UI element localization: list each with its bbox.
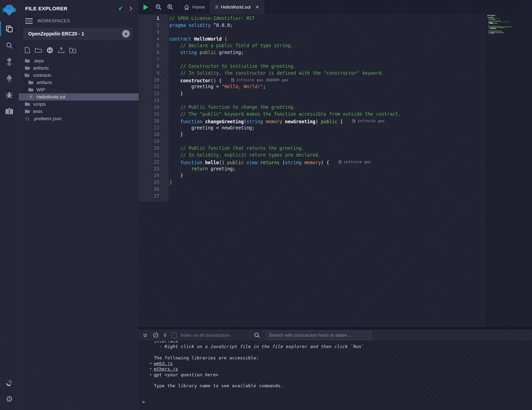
code-line-20[interactable]: // Public function that returns the gree… (169, 145, 485, 152)
code-line-25[interactable]: } (169, 179, 485, 186)
line-number: 8 (139, 63, 169, 70)
line-number: 26 (139, 186, 169, 193)
code-line-27[interactable] (169, 193, 485, 200)
rail-settings-icon[interactable]: ⚙ (0, 391, 19, 407)
tree-item-scripts[interactable]: scripts (19, 101, 139, 108)
rail-file-explorer-icon[interactable] (0, 21, 19, 37)
upload-folder-icon[interactable] (69, 47, 76, 53)
rail-solidity-compiler-icon[interactable] (0, 54, 19, 70)
rail-plugin-manager-icon[interactable] (0, 374, 19, 391)
code-line-12[interactable]: } (169, 90, 485, 97)
terminal-line: Type the library name to see available c… (154, 383, 529, 389)
code-line-14[interactable]: // Public function to change the greetin… (169, 104, 485, 111)
code-line-13[interactable] (169, 97, 485, 104)
editor-code-area[interactable]: // SPDX-License-Identifier: MITpragma so… (169, 14, 485, 327)
zoom-out-icon[interactable] (152, 0, 164, 14)
tab-home[interactable]: Home (179, 0, 210, 14)
new-folder-icon[interactable] (35, 47, 42, 53)
line-number: 22 (139, 159, 169, 166)
code-line-10[interactable]: constructor() {infinite gas 368600 gas (169, 77, 485, 84)
workspace-select[interactable]: OpenZeppelin ERC20 - 1 (23, 28, 132, 40)
code-line-19[interactable] (169, 138, 485, 145)
terminal-output[interactable]: interface - Right click on a JavaScript … (139, 341, 532, 410)
line-number: 3 (139, 29, 169, 36)
rail-deploy-run-icon[interactable] (0, 70, 19, 87)
workspaces-label: WORKSPACES (38, 19, 70, 23)
code-line-3[interactable] (169, 29, 485, 36)
code-line-26[interactable] (169, 186, 485, 193)
rail-debugger-icon[interactable] (0, 87, 19, 103)
file-tree: .depsartifactscontractsartifactsWIPSHell… (19, 57, 139, 122)
line-number: 15 (139, 111, 169, 118)
listen-transactions-checkbox[interactable] (171, 333, 177, 338)
code-editor[interactable]: 1234567891011121314151617181920212223242… (139, 14, 532, 327)
line-number: 18 (139, 131, 169, 138)
editor-gutter: 1234567891011121314151617181920212223242… (139, 14, 169, 327)
terminal-expand-icon[interactable] (143, 333, 148, 338)
folder-icon (24, 59, 30, 63)
new-file-icon[interactable] (24, 47, 30, 53)
code-line-4[interactable]: contract HelloWorld { (169, 36, 485, 43)
editor-minimap[interactable] (487, 15, 527, 38)
code-line-1[interactable]: // SPDX-License-Identifier: MIT (169, 15, 485, 22)
tab-helloworld-sol[interactable]: S HelloWorld.sol ✕ (210, 0, 264, 14)
terminal-line: ethers.js (154, 366, 529, 372)
tree-item-tests[interactable]: tests (19, 108, 139, 115)
panel-title: FILE EXPLORER (25, 6, 67, 11)
check-icon[interactable]: ✓ (118, 5, 123, 12)
code-line-6[interactable]: string public greeting; (169, 49, 485, 56)
tree-item-artifacts[interactable]: artifacts (19, 79, 139, 86)
workspace-menu-icon[interactable] (25, 18, 33, 24)
line-number: 1 (139, 15, 169, 22)
tree-item--deps[interactable]: .deps (19, 57, 139, 64)
code-line-8[interactable]: // Constructor to initialize the greetin… (169, 63, 485, 70)
terminal-search-input[interactable] (265, 331, 371, 340)
code-line-23[interactable]: return greeting; (169, 166, 485, 172)
code-line-7[interactable] (169, 56, 485, 63)
terminal-line: - Right click on a JavaScript file in th… (154, 344, 529, 349)
code-line-24[interactable]: } (169, 172, 485, 179)
remix-logo-icon[interactable] (0, 0, 19, 21)
terminal-link[interactable]: ethers.js (154, 366, 178, 371)
remix-ide-window: ⚙ FILE EXPLORER ✓ WORKSPACES OpenZeppeli… (0, 0, 532, 410)
terminal-resize-handle[interactable] (139, 327, 532, 329)
tab-close-icon[interactable]: ✕ (255, 4, 259, 10)
json-file-icon: {} (24, 116, 30, 121)
folder-icon (28, 87, 33, 92)
rail-search-icon[interactable] (0, 37, 19, 54)
line-number: 5 (139, 42, 169, 49)
tree-item-artifacts[interactable]: artifacts (19, 64, 139, 72)
tree-item--prettierrc-json[interactable]: {}.prettierrc.json (19, 115, 139, 122)
line-number: 12 (139, 90, 169, 97)
code-line-9[interactable]: // In Solidity, the constructor is defin… (169, 70, 485, 77)
code-line-16[interactable]: function changeGreeting(string memory ne… (169, 118, 485, 125)
terminal-line: The following libraries are accessible: (154, 355, 529, 361)
code-line-22[interactable]: function hello() public view returns (st… (169, 159, 485, 166)
code-line-2[interactable]: pragma solidity ^0.8.0; (169, 22, 485, 29)
code-line-17[interactable]: greeting = newGreeting; (169, 125, 485, 132)
main-area: Home S HelloWorld.sol ✕ 1234567891011121… (139, 0, 532, 410)
tree-item-helloworld-sol[interactable]: SHelloWorld.sol (19, 93, 139, 101)
tree-item-wip[interactable]: WIP (19, 86, 139, 93)
code-line-15[interactable]: // The "public" keyword makes the functi… (169, 111, 485, 118)
terminal-clear-icon[interactable] (153, 332, 159, 338)
line-number: 7 (139, 56, 169, 63)
code-line-21[interactable]: // In Solidity, explicit return types ar… (169, 152, 485, 159)
github-icon[interactable] (46, 47, 53, 54)
upload-file-icon[interactable] (58, 47, 65, 53)
tree-item-contracts[interactable]: contracts (19, 72, 139, 79)
terminal-line: gpt <your question here> (154, 372, 529, 378)
line-number: 24 (139, 172, 169, 179)
run-script-button[interactable] (139, 0, 152, 14)
code-line-18[interactable]: } (169, 131, 485, 138)
gas-estimate-annotation: infinite gas (339, 159, 371, 166)
folder-icon (24, 66, 30, 70)
rail-learneth-icon[interactable] (0, 103, 19, 120)
code-line-5[interactable]: // Declare a public field of type string… (169, 42, 485, 49)
code-line-11[interactable]: greeting = "Hello, World!"; (169, 83, 485, 90)
terminal-prompt[interactable]: > (142, 399, 529, 404)
zoom-in-icon[interactable] (164, 0, 176, 14)
chevron-right-icon[interactable] (129, 6, 132, 11)
workspace-switch-icon[interactable] (122, 30, 130, 38)
terminal-link[interactable]: web3.js (154, 361, 173, 366)
